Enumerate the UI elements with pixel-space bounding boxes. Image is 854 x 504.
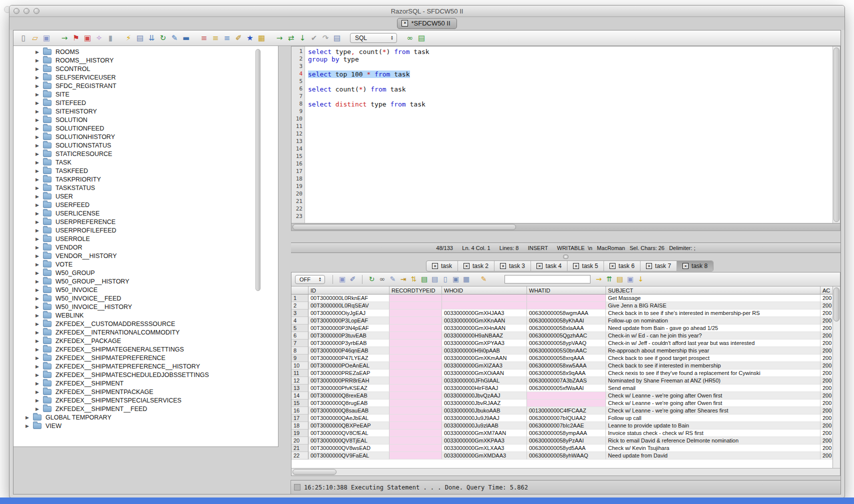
column-header-subject[interactable]: SUBJECT (606, 286, 820, 294)
tree-item-zkfedex-shipmatescheduledjobssettings[interactable]: ▶ZKFEDEX__SHIPMATESCHEDULEDJOBSSETTINGS (14, 370, 278, 379)
table-row[interactable]: 1700T3000000QAeJbEAL0033000000Ju9J9AAJ00… (292, 414, 832, 422)
tab-close-icon[interactable]: ✕ (573, 263, 579, 269)
docs-book-icon[interactable]: ▬ (181, 33, 191, 43)
splitter-grip-icon[interactable] (563, 254, 568, 259)
tab-close-icon[interactable]: ✕ (610, 263, 616, 269)
disclosure-triangle-icon[interactable]: ▶ (36, 296, 43, 301)
edit-table-icon[interactable]: ✎ (170, 33, 180, 43)
tree-item-weblink[interactable]: ▶WEBLINK (14, 311, 278, 320)
sql-mode-dropdown[interactable]: SQL ▲▼ (350, 33, 397, 43)
code-line[interactable] (308, 146, 832, 153)
disclosure-triangle-icon[interactable]: ▶ (36, 304, 43, 310)
disclosure-triangle-icon[interactable]: ▶ (36, 347, 43, 352)
tree-item-selfserviceuser[interactable]: ▶SELFSERVICEUSER (14, 73, 278, 82)
copy-connection-icon[interactable]: ▣ (82, 33, 92, 43)
code-line[interactable] (308, 198, 832, 206)
tree-item-vote[interactable]: ▶VOTE (14, 260, 278, 268)
disclosure-triangle-icon[interactable]: ▶ (36, 143, 43, 148)
code-line[interactable] (308, 108, 832, 116)
disclosure-triangle-icon[interactable]: ▶ (36, 288, 43, 292)
code-line[interactable]: select type, count(*) from task (308, 48, 832, 56)
disclosure-triangle-icon[interactable]: ▶ (36, 220, 43, 224)
tab-close-icon[interactable]: ✕ (646, 263, 652, 269)
tree-item-taskstatus[interactable]: ▶TASKSTATUS (14, 184, 278, 192)
sort-columns-icon[interactable]: ⇅ (409, 274, 418, 284)
disclosure-triangle-icon[interactable]: ▶ (36, 118, 43, 122)
code-line[interactable] (308, 190, 832, 198)
tree-item-zkfedex-shipmatepreference-history[interactable]: ▶ZKFEDEX__SHIPMATEPREFERENCE__HISTORY (14, 362, 278, 370)
refresh-results-icon[interactable]: ↻ (367, 274, 376, 284)
code-line[interactable] (308, 153, 832, 160)
new-file-icon[interactable]: ▯ (18, 33, 28, 43)
search-highlight-icon[interactable]: ✎ (479, 274, 488, 284)
result-tab-task-8[interactable]: ✕task 8 (676, 261, 713, 271)
horizontal-splitter[interactable] (291, 253, 840, 260)
disclosure-triangle-icon[interactable]: ▶ (36, 262, 43, 267)
results-search-input[interactable] (504, 275, 590, 284)
table-row[interactable]: 1100T3000000PREZaEAP0033000000GmXOiAAN00… (292, 370, 832, 377)
refresh-icon[interactable]: ↻ (158, 33, 168, 43)
rollback-icon[interactable]: ↷ (320, 33, 330, 43)
tree-item-zkfedex-shipmentspecialservices[interactable]: ▶ZKFEDEX__SHIPMENTSPECIALSERVICES (14, 396, 278, 404)
code-line[interactable] (308, 176, 832, 183)
describe-icon[interactable]: ▤ (135, 33, 145, 43)
title-bar[interactable]: RazorSQL - SFDCW50 II (10, 6, 844, 17)
disclosure-triangle-icon[interactable]: ▶ (36, 322, 43, 326)
result-tab-task-2[interactable]: ✕task 2 (458, 261, 494, 271)
tree-item-zkfedex-customaddresssource[interactable]: ▶ZKFEDEX__CUSTOMADDRESSSOURCE (14, 320, 278, 328)
disclosure-triangle-icon[interactable]: ▶ (36, 381, 43, 386)
tree-item-w50-invoice-history[interactable]: ▶W50_INVOICE__HISTORY (14, 302, 278, 311)
tree-item-userprofilefeed[interactable]: ▶USERPROFILEFEED (14, 226, 278, 234)
result-tab-task[interactable]: ✕task (426, 261, 458, 271)
filter-edit-icon[interactable]: ✐ (348, 274, 358, 284)
tree-item-userpreference[interactable]: ▶USERPREFERENCE (14, 218, 278, 226)
tree-item-w50-group[interactable]: ▶W50_GROUP (14, 268, 278, 277)
tab-close-icon[interactable]: ✕ (432, 263, 438, 269)
sql-clipboard-icon[interactable]: ▤ (332, 33, 342, 43)
tree-item-global-temporary[interactable]: ▶GLOBAL TEMPORARY (14, 413, 278, 422)
row-limit-dropdown[interactable]: OFF ▲▼ (295, 275, 325, 284)
disconnect-icon[interactable]: ⚑ (71, 33, 81, 43)
save-data-icon[interactable]: ▣ (626, 274, 635, 284)
table-row[interactable]: 1300T3000000PfvKSEAZ0033000000HirF8AAJ00… (292, 384, 832, 392)
tree-item-zkfedex-shipmategeneralsettings[interactable]: ▶ZKFEDEX__SHIPMATEGENERALSETTINGS (14, 345, 278, 354)
tree-item-taskpriority[interactable]: ▶TASKPRIORITY (14, 175, 278, 184)
tree-item-solution[interactable]: ▶SOLUTION (14, 116, 278, 124)
tree-item-scontrol[interactable]: ▶SCONTROL (14, 64, 278, 73)
table-vertical-scrollbar[interactable] (832, 286, 840, 468)
connect-icon[interactable]: → (60, 33, 70, 43)
disclosure-triangle-icon[interactable]: ▶ (36, 152, 43, 156)
code-line[interactable] (308, 123, 832, 130)
code-line[interactable] (308, 63, 832, 70)
tree-item-userrole[interactable]: ▶USERROLE (14, 234, 278, 243)
sql-editor[interactable]: 1234567891011121314151617181920212223 se… (291, 46, 840, 224)
disclosure-triangle-icon[interactable]: ▶ (36, 84, 43, 88)
code-line[interactable]: select distinct type from task (308, 100, 832, 108)
disclosure-triangle-icon[interactable]: ▶ (26, 415, 33, 420)
tree-item-zkfedex-package[interactable]: ▶ZKFEDEX__PACKAGE (14, 336, 278, 345)
disclosure-triangle-icon[interactable]: ▶ (36, 245, 43, 250)
table-row[interactable]: 1400T3000000Q8rexEAB0033000000JbvQzAAJCh… (292, 392, 832, 400)
disclosure-triangle-icon[interactable]: ▶ (36, 66, 43, 72)
execute-fetch-icon[interactable]: ↓ (298, 33, 308, 43)
code-line[interactable] (308, 138, 832, 146)
tree-item-rooms-history[interactable]: ▶ROOMS__HISTORY (14, 56, 278, 64)
result-tab-task-6[interactable]: ✕task 6 (604, 261, 640, 271)
edit-sql-icon[interactable]: ✐ (234, 33, 244, 43)
column-header-rownum[interactable] (292, 286, 308, 294)
column-header-id[interactable]: ID (308, 286, 390, 294)
format-sql-icon[interactable]: ≡ (210, 33, 220, 43)
column-header-whoid[interactable]: WHOID (442, 286, 527, 294)
column-header-recordtypeid[interactable]: RECORDTYPEID (390, 286, 442, 294)
tree-item-solutionhistory[interactable]: ▶SOLUTIONHISTORY (14, 132, 278, 141)
table-row[interactable]: 1900T3000000QV8CfEAL0033000000GmXM7AAN00… (292, 430, 832, 437)
tab-close-icon[interactable]: ✕ (402, 20, 408, 26)
foreign-key-lookup-icon[interactable]: ⇥ (398, 274, 408, 284)
table-row[interactable]: 700T3000000P3yrbEAB0033000000GmXPYAA3006… (292, 340, 832, 347)
disclosure-triangle-icon[interactable]: ▶ (36, 168, 43, 174)
table-row[interactable]: 1800T3000000QBXPeEAP0033000000Ju9zlAAB00… (292, 422, 832, 430)
tree-item-solutionstatus[interactable]: ▶SOLUTIONSTATUS (14, 141, 278, 150)
find-next-icon[interactable]: → (594, 274, 604, 284)
result-tab-task-4[interactable]: ✕task 4 (530, 261, 567, 271)
disclosure-triangle-icon[interactable]: ▶ (36, 338, 43, 344)
